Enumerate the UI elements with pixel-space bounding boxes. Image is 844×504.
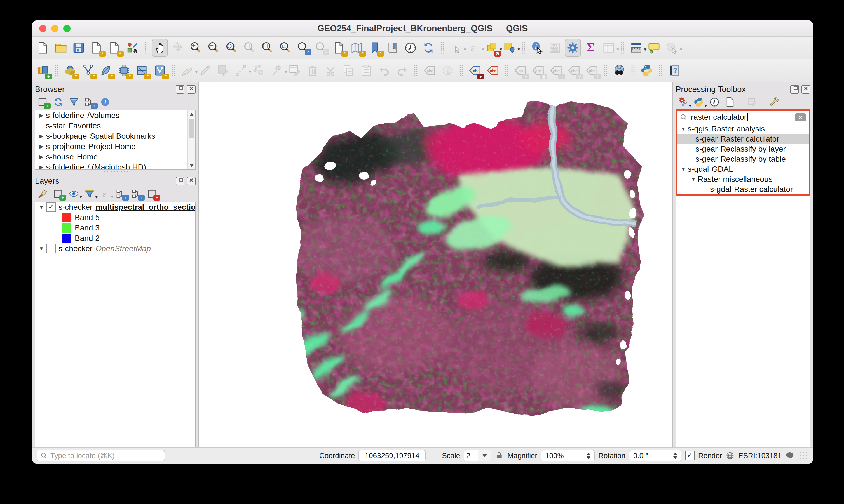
tree-group-raster-miscellaneous[interactable]: ▼ Raster miscellaneous xyxy=(677,174,809,184)
browser-item-macintosh-hd[interactable]: ▶ s-folderline / (Macintosh HD) xyxy=(35,162,195,170)
layer-checkbox[interactable]: ✓ xyxy=(47,202,56,212)
zoom-to-layer-button[interactable]: ◻ xyxy=(259,39,275,57)
zoom-last-button[interactable]: ‹ xyxy=(295,39,311,57)
show-sum-button[interactable] xyxy=(583,39,599,57)
zoom-next-button[interactable]: › xyxy=(313,39,329,57)
highlight-labels-button[interactable]: abc xyxy=(485,61,501,79)
add-feature-button[interactable] xyxy=(251,61,267,79)
processing-toolbox-button[interactable] xyxy=(565,39,581,57)
spin-up-icon[interactable] xyxy=(586,452,591,455)
new-map-view-button[interactable]: * xyxy=(331,39,347,57)
layer-name[interactable]: Band 5 xyxy=(75,213,100,222)
lock-scale-icon[interactable] xyxy=(495,451,504,460)
add-group-button[interactable]: + xyxy=(51,187,65,200)
processing-python-button[interactable]: ▾ xyxy=(692,95,706,109)
zoom-native-button[interactable]: 1:1 xyxy=(277,39,293,57)
layer-name[interactable]: Band 3 xyxy=(75,223,100,232)
open-project-button[interactable] xyxy=(53,39,69,57)
paste-features-button[interactable] xyxy=(358,61,374,79)
expander-icon[interactable]: ▼ xyxy=(679,126,688,132)
extent-icon[interactable] xyxy=(429,451,438,460)
modify-attributes-button[interactable] xyxy=(286,61,303,79)
deselect-features-button[interactable]: Ø ▾ xyxy=(483,39,500,57)
pin-labels-button[interactable]: ab ● xyxy=(467,61,483,79)
crs-globe-icon[interactable] xyxy=(726,451,735,460)
layer-name[interactable]: multispectral_ortho_section xyxy=(95,203,196,212)
select-by-form-button[interactable]: ▾ xyxy=(465,39,482,57)
processing-results-button[interactable] xyxy=(723,95,737,109)
python-console-button[interactable] xyxy=(638,61,655,79)
float-panel-button[interactable] xyxy=(790,85,799,94)
chevron-down-icon[interactable] xyxy=(478,450,491,461)
new-spatialite-layer-button[interactable]: * xyxy=(98,61,114,79)
scroll-down-icon[interactable] xyxy=(188,162,195,169)
new-3d-map-view-button[interactable]: * xyxy=(349,39,365,57)
show-layout-manager-button[interactable]: * xyxy=(106,39,123,57)
close-panel-button[interactable] xyxy=(802,85,810,94)
move-label-button[interactable]: ab ● xyxy=(512,61,528,79)
expander-icon[interactable]: ▶ xyxy=(37,143,46,150)
tree-alg-gdal-raster-calculator[interactable]: s-gdal Raster calculator xyxy=(677,184,809,194)
coordinate-input[interactable]: 1063259,197914 xyxy=(358,450,426,461)
zoom-full-button[interactable]: ◇ xyxy=(223,39,240,57)
vertex-tool-button[interactable]: ▾ xyxy=(269,61,285,79)
layer-styling-button[interactable] xyxy=(36,187,50,200)
browser-add-layer-button[interactable]: + xyxy=(36,95,50,109)
help-button[interactable] xyxy=(666,61,682,79)
tree-alg-reclassify-by-layer[interactable]: s-gear Reclassify by layer xyxy=(677,144,809,154)
expander-icon[interactable]: ▼ xyxy=(679,166,688,172)
browser-item-spatial-bookmarks[interactable]: ▶ s-bookpage Spatial Bookmarks xyxy=(35,131,195,141)
rotate-label-button[interactable]: abc ↺ xyxy=(566,61,582,79)
expander-icon[interactable]: ▶ xyxy=(37,164,46,170)
new-memory-layer-button[interactable]: * xyxy=(116,61,132,79)
tree-group-gdal[interactable]: ▼ s-gdal GDAL xyxy=(677,164,809,174)
scale-combobox[interactable]: 2 xyxy=(464,450,491,461)
new-geopackage-layer-button[interactable]: * xyxy=(62,61,78,79)
new-shapefile-layer-button[interactable]: * xyxy=(80,61,96,79)
crs-code[interactable]: ESRI:103181 xyxy=(738,451,781,460)
change-label-button[interactable]: abc / xyxy=(584,61,600,79)
attribute-table-button[interactable]: ▾ xyxy=(600,39,617,57)
statistical-summary-button[interactable] xyxy=(547,39,563,57)
layer-item-multispectral[interactable]: ▼ ✓ s-checker multispectral_ortho_sectio… xyxy=(35,202,195,212)
processing-options-button[interactable] xyxy=(767,95,781,109)
identify-features-button[interactable] xyxy=(529,39,545,57)
save-project-button[interactable] xyxy=(71,39,87,57)
browser-item-project-home[interactable]: ▶ s-projhome Project Home xyxy=(35,141,195,151)
browser-refresh-button[interactable] xyxy=(51,95,65,109)
expander-icon[interactable]: ▼ xyxy=(689,176,698,182)
close-panel-button[interactable] xyxy=(187,85,196,94)
collapse-all-button[interactable]: ↑ xyxy=(129,187,144,200)
refresh-map-button[interactable] xyxy=(420,39,437,57)
expand-all-button[interactable]: ↓ xyxy=(114,187,128,200)
new-mesh-layer-button[interactable]: * xyxy=(134,61,150,79)
text-annotation-button[interactable] xyxy=(646,39,662,57)
remove-layer-button[interactable]: − xyxy=(145,187,159,200)
resize-grip[interactable] xyxy=(799,451,808,461)
clear-search-icon[interactable]: × xyxy=(795,113,806,121)
style-manager-button[interactable] xyxy=(124,39,140,57)
tree-alg-reclassify-by-table[interactable]: s-gear Reclassify by table xyxy=(677,154,809,164)
new-project-button[interactable] xyxy=(35,39,51,57)
run-feature-action-button[interactable]: ▾ xyxy=(664,39,680,57)
close-panel-button[interactable] xyxy=(187,177,196,185)
processing-models-button[interactable]: ▾ xyxy=(676,95,690,109)
scroll-thumb[interactable] xyxy=(189,119,194,138)
map-canvas[interactable] xyxy=(199,82,672,447)
zoom-out-button[interactable]: − xyxy=(206,39,222,57)
expander-icon[interactable]: ▼ xyxy=(37,246,46,252)
tree-alg-raster-calculator[interactable]: s-gear Raster calculator xyxy=(677,134,809,144)
new-virtual-layer-button[interactable]: * xyxy=(152,61,168,79)
save-layer-edits-button[interactable] xyxy=(215,61,231,79)
layer-labeling-button[interactable]: abc xyxy=(421,61,438,79)
layer-checkbox[interactable] xyxy=(47,244,56,253)
browser-item-volumes[interactable]: ▶ s-folderline /Volumes xyxy=(35,110,195,121)
cut-features-button[interactable] xyxy=(322,61,339,79)
measure-button[interactable]: ▾ xyxy=(628,39,644,57)
move-label-diagram-button[interactable]: abc → xyxy=(548,61,564,79)
copy-features-button[interactable] xyxy=(340,61,356,79)
browser-filter-button[interactable] xyxy=(67,95,81,109)
data-source-manager-button[interactable]: + xyxy=(35,61,51,79)
pan-to-selection-button[interactable] xyxy=(170,39,186,57)
layer-name[interactable]: Band 2 xyxy=(75,234,100,243)
